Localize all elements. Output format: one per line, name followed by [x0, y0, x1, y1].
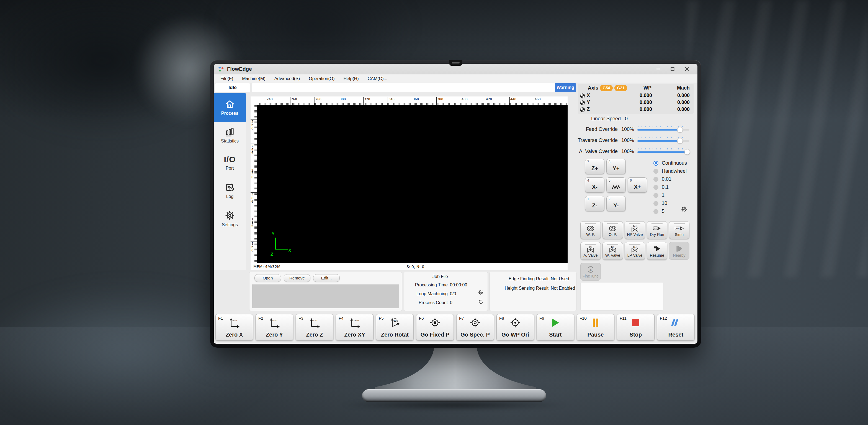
w-valve-button[interactable]: W W. Valve: [602, 242, 623, 260]
resume-button[interactable]: Resume: [647, 242, 667, 260]
sidebar-item-port[interactable]: I/O Port: [214, 155, 246, 171]
minimize-button[interactable]: [654, 66, 662, 73]
file-panel: Open Remove Edit...: [249, 272, 402, 311]
oil-pump-button[interactable]: O. P.: [602, 221, 623, 239]
slider-track[interactable]: [638, 140, 689, 142]
lp-valve-button[interactable]: L LP Valve: [625, 242, 645, 260]
origin-icon: [580, 107, 585, 112]
hp-valve-button[interactable]: H HP Valve: [625, 221, 645, 239]
loop-settings-button[interactable]: [478, 290, 484, 296]
dry-run-button[interactable]: Dry Run: [647, 221, 667, 239]
sidebar-item-process[interactable]: Process: [214, 93, 246, 122]
jog-key: 1: [587, 197, 589, 201]
gear-icon: [681, 206, 687, 213]
fn-go-fixed-point-button[interactable]: F6 Go Fixed P: [416, 314, 454, 340]
jog-label: Z+: [585, 165, 604, 172]
slider-handle[interactable]: [684, 149, 690, 155]
target-icon: [470, 317, 480, 328]
traverse-override-slider[interactable]: [638, 136, 689, 145]
jog-spring-button[interactable]: 5: [607, 177, 626, 193]
open-button[interactable]: Open: [254, 274, 281, 282]
machine-state-tab[interactable]: Idle: [215, 83, 250, 92]
remove-button[interactable]: Remove: [284, 274, 310, 282]
menu-machine[interactable]: Machine(M): [238, 75, 270, 83]
mode-label: 10: [662, 200, 667, 206]
radio-icon: [653, 185, 658, 190]
led-indicator: [607, 244, 618, 245]
menu-file[interactable]: File(F): [216, 75, 238, 83]
v-ruler-label: 2 2 0: [251, 168, 257, 179]
jog-y-minus-button[interactable]: 2 Y-: [607, 196, 626, 211]
file-list[interactable]: [252, 284, 399, 308]
jog-x-plus-button[interactable]: 6 X+: [628, 177, 647, 193]
feed-override-slider[interactable]: [638, 125, 689, 134]
fn-zero-x-button[interactable]: F1 X=0 Zero X: [215, 314, 253, 340]
fn-start-button[interactable]: F9 Start: [536, 314, 574, 340]
fn-reset-button[interactable]: F12 Reset: [657, 314, 695, 340]
menu-cam[interactable]: CAM(C)...: [363, 75, 392, 83]
finetune-button[interactable]: z FineTune: [580, 263, 601, 281]
fn-zero-rotate-button[interactable]: F5 R=0 Zero Rotat: [376, 314, 414, 340]
slider-handle[interactable]: [677, 127, 683, 133]
work-canvas[interactable]: Y X Z: [257, 105, 567, 263]
radio-icon: [653, 209, 658, 214]
mode-step-01[interactable]: 0.1: [653, 185, 669, 190]
menu-help[interactable]: Help(H): [339, 75, 363, 83]
edit-button[interactable]: Edit...: [313, 274, 340, 282]
action-label: W. Valve: [605, 253, 620, 258]
svg-text:H: H: [634, 225, 636, 227]
jog-z-plus-button[interactable]: 7 Z+: [585, 159, 604, 174]
slider-track[interactable]: [638, 151, 689, 153]
action-label: A. Valve: [583, 253, 597, 258]
jog-z-minus-button[interactable]: 1 Z-: [585, 196, 604, 211]
mode-step-10[interactable]: 10: [653, 200, 667, 206]
mode-label: 0.01: [662, 176, 672, 182]
mode-step-1[interactable]: 1: [653, 192, 664, 198]
fn-pause-button[interactable]: F10 Pause: [577, 314, 614, 340]
fn-label: Zero XY: [336, 332, 373, 338]
led-indicator: [629, 223, 641, 224]
menu-advanced[interactable]: Advanced(S): [270, 75, 305, 83]
sidebar-item-statistics[interactable]: Statistics: [214, 127, 246, 144]
target-filled-icon: [429, 317, 440, 328]
jog-settings-button[interactable]: [681, 206, 687, 214]
warning-badge[interactable]: Warning: [555, 83, 576, 92]
slider-handle[interactable]: [677, 138, 683, 144]
water-pump-button[interactable]: W. P.: [580, 221, 601, 239]
home-icon: [225, 99, 235, 109]
sidebar-item-log[interactable]: Log: [214, 182, 246, 199]
fn-zero-z-button[interactable]: F3 Z=0 Zero Z: [296, 314, 333, 340]
fn-stop-button[interactable]: F11 Stop: [617, 314, 654, 340]
fn-go-spec-point-button[interactable]: F7 Go Spec. P: [456, 314, 494, 340]
g21-badge[interactable]: G21: [614, 85, 627, 91]
mode-step-5[interactable]: 5: [653, 208, 664, 214]
fn-zero-xy-button[interactable]: F4 XY=0 Zero XY: [336, 314, 373, 340]
simulate-button[interactable]: SIM Simu: [669, 221, 689, 239]
menu-operation[interactable]: Operation(O): [304, 75, 339, 83]
mode-continuous[interactable]: Continuous: [653, 160, 687, 166]
fn-key-label: F12: [660, 316, 667, 320]
a-valve-button[interactable]: A A. Valve: [580, 242, 601, 260]
jog-y-plus-button[interactable]: 8 Y+: [607, 159, 626, 174]
nearby-button[interactable]: Nearby: [669, 242, 689, 260]
close-button[interactable]: [683, 66, 690, 73]
fn-go-wp-origin-button[interactable]: F8 Go WP Ori: [496, 314, 534, 340]
g54-badge[interactable]: G54: [600, 85, 613, 91]
action-label: Nearby: [673, 253, 685, 258]
mode-step-001[interactable]: 0.01: [653, 176, 672, 182]
mach-value: 0.000: [677, 100, 690, 105]
axis-name: Z: [587, 107, 590, 112]
processing-time-row: Processing Time 00:00:00: [404, 283, 467, 287]
v-ruler-label: 1 6 0: [251, 241, 257, 252]
fn-key-label: F7: [459, 316, 464, 320]
sidebar-item-settings[interactable]: Settings: [214, 210, 246, 227]
avalve-override-slider[interactable]: [638, 147, 689, 156]
fn-zero-y-button[interactable]: F2 Y=0 Zero Y: [255, 314, 293, 340]
jog-x-minus-button[interactable]: 4 X-: [585, 177, 604, 193]
slider-track[interactable]: [638, 129, 689, 131]
maximize-button[interactable]: [669, 66, 676, 73]
axis-name: Y: [587, 100, 590, 105]
resume-icon: [653, 245, 661, 252]
reset-count-button[interactable]: [478, 299, 484, 306]
mode-handwheel[interactable]: Handwheel: [653, 168, 687, 174]
